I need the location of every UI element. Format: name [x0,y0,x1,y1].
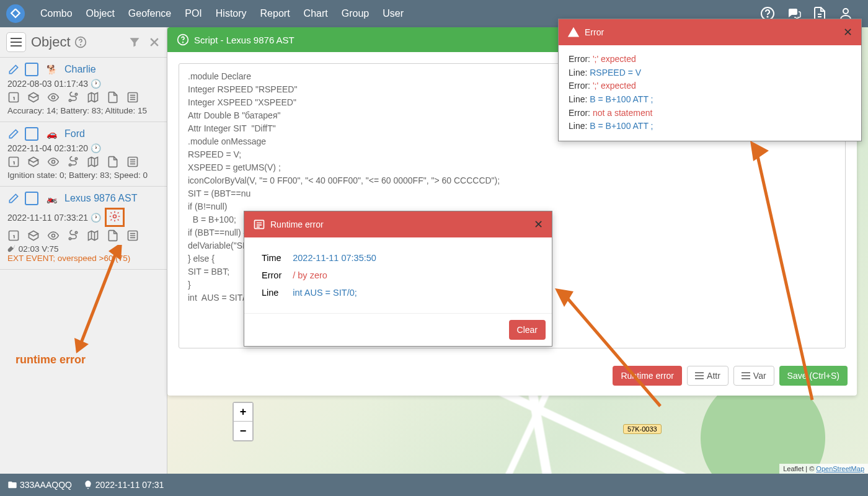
filter-icon[interactable] [128,36,141,48]
nav-chart[interactable]: Chart [298,4,334,23]
object-name[interactable]: Ford [64,128,85,140]
map-marker[interactable]: 57K-0033 [623,424,662,434]
map-icon[interactable] [87,156,99,168]
map-attribution: Leaflet | © OpenStreetMap [779,464,868,474]
file-icon[interactable] [107,229,119,242]
warning-icon [567,26,580,38]
nav-links: Combo Object Geofence POI History Report… [34,4,410,23]
help-circle-icon[interactable] [177,33,189,46]
motorcycle-icon: 🏍️ [43,193,60,203]
object-name[interactable]: Charlie [64,64,96,75]
list-icon[interactable] [126,91,139,104]
line-value: int AUS = SIT/0; [288,285,381,301]
svg-point-17 [52,234,55,237]
object-event: EXT EVENT; overspeed >60 (75) [7,254,159,263]
nav-geofence[interactable]: Geofence [122,4,177,23]
svg-point-2 [843,9,848,14]
svg-point-18 [69,237,71,239]
hamburger-button[interactable] [6,32,26,52]
svg-point-8 [75,93,77,95]
nav-group[interactable]: Group [335,4,375,23]
checkbox[interactable] [25,192,38,205]
close-icon[interactable] [148,36,161,48]
error-label: Error [257,267,286,283]
file-icon[interactable] [107,156,119,168]
info-icon[interactable] [7,229,20,242]
map-icon[interactable] [87,229,99,242]
edit-icon[interactable] [7,128,20,140]
svg-point-13 [75,157,77,159]
edit-icon[interactable] [7,63,20,76]
box-icon[interactable] [27,91,40,104]
svg-point-15 [113,215,117,218]
sidebar: Object 🐕 Charlie 2022-08-03 01:17:43 🕐 [0,27,167,474]
zoom-out-button[interactable]: − [234,422,252,440]
help-circle-icon[interactable] [74,36,87,48]
zoom-control: + − [232,402,254,441]
annotation-label: runtime error [16,353,86,366]
nav-object[interactable]: Object [80,4,121,23]
object-key-line: 02:03 V:75 [7,244,159,254]
close-icon[interactable]: ✕ [843,25,852,39]
nav-combo[interactable]: Combo [34,4,79,23]
nav-poi[interactable]: POI [179,4,208,23]
svg-point-19 [75,231,77,233]
list-icon[interactable] [126,229,139,242]
list-icon[interactable] [126,156,139,168]
save-button[interactable]: Save (Ctrl+S) [779,366,848,386]
logo[interactable] [6,4,25,23]
nav-report[interactable]: Report [254,4,296,23]
car-icon: 🚗 [43,129,60,139]
object-name[interactable]: Lexus 9876 AST [64,193,137,204]
box-icon[interactable] [27,229,40,242]
object-info: Ignition state: 0; Battery: 83; Speed: 0 [7,170,159,180]
nav-history[interactable]: History [210,4,253,23]
file-icon[interactable] [107,91,119,104]
checkbox[interactable] [25,127,38,141]
map-icon[interactable] [87,91,99,104]
sidebar-title: Object [31,34,128,50]
object-item[interactable]: 🏍️ Lexus 9876 AST 2022-11-11 07:33:21 🕐 … [0,187,167,270]
info-icon[interactable] [7,156,20,168]
zoom-in-button[interactable]: + [234,403,252,422]
time-value: 2022-11-11 07:35:50 [288,250,381,266]
gear-icon[interactable] [105,208,125,227]
runtime-error-button[interactable]: Runtime error [613,366,682,386]
attr-button[interactable]: Attr [687,366,728,386]
eye-icon[interactable] [47,229,60,242]
route-icon[interactable] [67,156,79,168]
dog-icon: 🐕 [43,64,60,74]
object-item[interactable]: 🐕 Charlie 2022-08-03 01:17:43 🕐 Accuracy… [0,58,167,122]
object-timestamp: 2022-08-03 01:17:43 [7,79,88,89]
info-icon[interactable] [7,91,20,104]
line-label: Line [257,285,286,301]
svg-point-22 [183,42,184,43]
eye-icon[interactable] [47,156,60,168]
error-dialog: Error ✕ Error: ';' expectedLine: RSPEED … [558,19,862,141]
checkbox[interactable] [25,63,38,76]
bottombar: 333AAAQQQ 2022-11-11 07:31 [0,474,868,496]
clock-icon: 🕐 [91,79,101,89]
var-button[interactable]: Var [733,366,774,386]
close-icon[interactable]: ✕ [534,218,543,231]
edit-icon[interactable] [7,192,20,205]
nav-user[interactable]: User [376,4,410,23]
dialog-title: Runtime error [270,219,324,229]
route-icon[interactable] [67,229,79,242]
folder-indicator[interactable]: 333AAAQQQ [7,480,72,490]
clear-button[interactable]: Clear [509,320,546,340]
dialog-title: Error [585,27,604,37]
object-info: Accuracy: 14; Battery: 83; Altitude: 15 [7,106,159,115]
object-item[interactable]: 🚗 Ford 2022-11-04 02:31:20 🕐 Ignition st… [0,122,167,187]
error-body: Error: ';' expectedLine: RSPEED = VError… [559,45,861,141]
eye-icon[interactable] [47,91,60,104]
clock-icon: 🕐 [91,213,101,223]
svg-point-12 [69,164,71,166]
time-label: Time [257,250,286,266]
runtime-error-dialog: Runtime error ✕ Time2022-11-11 07:35:50 … [244,211,552,347]
route-icon[interactable] [67,91,79,104]
box-icon[interactable] [27,156,40,168]
clock-icon: 🕐 [91,143,101,153]
osm-link[interactable]: OpenStreetMap [816,465,864,472]
svg-point-6 [52,96,55,99]
